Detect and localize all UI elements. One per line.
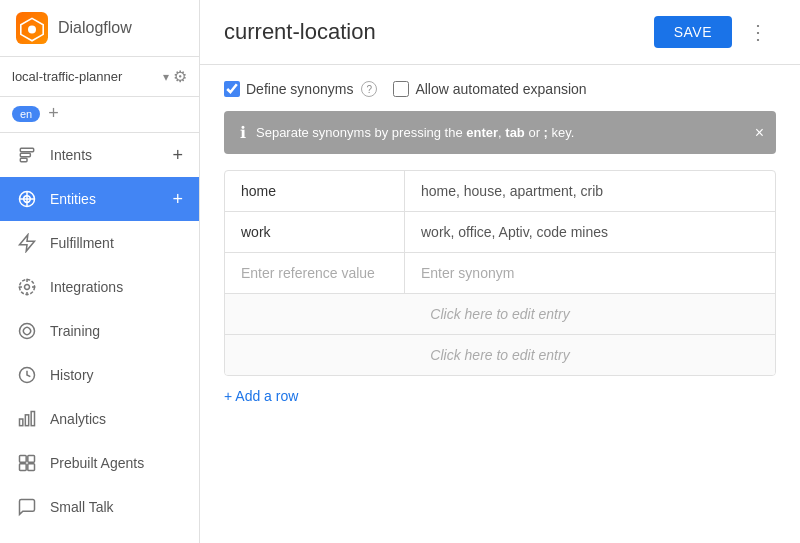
svg-point-11 bbox=[25, 285, 30, 290]
table-row-edit-1[interactable]: Click here to edit entry bbox=[225, 294, 775, 335]
allow-expansion-label: Allow automated expansion bbox=[415, 81, 586, 97]
sidebar: Dialogflow local-traffic-planner ▾ ⚙ en … bbox=[0, 0, 200, 543]
table-row[interactable]: work work, office, Aptiv, code mines bbox=[225, 212, 775, 253]
table-row-edit-2[interactable]: Click here to edit entry bbox=[225, 335, 775, 375]
svg-rect-21 bbox=[28, 464, 35, 471]
add-row-button[interactable]: + Add a row bbox=[224, 376, 298, 408]
sidebar-label-intents: Intents bbox=[50, 147, 92, 163]
sidebar-logo: Dialogflow bbox=[0, 0, 199, 57]
save-button[interactable]: SAVE bbox=[654, 16, 732, 48]
integrations-icon bbox=[16, 276, 38, 298]
svg-rect-18 bbox=[20, 456, 27, 463]
allow-expansion-checkbox[interactable] bbox=[393, 81, 409, 97]
sidebar-label-training: Training bbox=[50, 323, 100, 339]
svg-rect-15 bbox=[20, 419, 23, 426]
ref-cell-home: home bbox=[225, 171, 405, 211]
edit-row-2-text[interactable]: Click here to edit entry bbox=[225, 335, 775, 375]
dialogflow-logo-icon bbox=[16, 12, 48, 44]
fulfillment-icon bbox=[16, 232, 38, 254]
more-options-button[interactable]: ⋮ bbox=[740, 16, 776, 48]
project-name: local-traffic-planner bbox=[12, 69, 159, 84]
sidebar-item-fulfillment[interactable]: Fulfillment bbox=[0, 221, 199, 265]
language-row: en + bbox=[0, 97, 199, 133]
project-dropdown-arrow: ▾ bbox=[163, 70, 169, 84]
synonyms-cell-home: home, house, apartment, crib bbox=[405, 171, 775, 211]
project-selector[interactable]: local-traffic-planner ▾ ⚙ bbox=[0, 57, 199, 97]
svg-rect-16 bbox=[25, 415, 28, 426]
svg-point-2 bbox=[28, 26, 36, 34]
synonyms-cell-work: work, office, Aptiv, code mines bbox=[405, 212, 775, 252]
sidebar-label-fulfillment: Fulfillment bbox=[50, 235, 114, 251]
sidebar-label-history: History bbox=[50, 367, 94, 383]
svg-rect-4 bbox=[20, 153, 30, 156]
prebuilt-agents-icon bbox=[16, 452, 38, 474]
entities-icon bbox=[16, 188, 38, 210]
svg-point-13 bbox=[20, 324, 35, 339]
help-icon[interactable]: ? bbox=[361, 81, 377, 97]
main-content: current-location SAVE ⋮ Define synonyms … bbox=[200, 0, 800, 543]
sidebar-label-analytics: Analytics bbox=[50, 411, 106, 427]
sidebar-item-intents[interactable]: Intents + bbox=[0, 133, 199, 177]
sidebar-label-integrations: Integrations bbox=[50, 279, 123, 295]
table-row-input[interactable]: Enter reference value Enter synonym bbox=[225, 253, 775, 294]
entity-table: home home, house, apartment, crib work w… bbox=[224, 170, 776, 376]
sidebar-label-small-talk: Small Talk bbox=[50, 499, 114, 515]
add-language-icon[interactable]: + bbox=[48, 103, 59, 124]
app-name: Dialogflow bbox=[58, 19, 132, 37]
define-synonyms-label: Define synonyms bbox=[246, 81, 353, 97]
banner-close-icon[interactable]: × bbox=[755, 124, 764, 142]
define-synonyms-checkbox-label[interactable]: Define synonyms ? bbox=[224, 81, 377, 97]
history-icon bbox=[16, 364, 38, 386]
svg-rect-20 bbox=[20, 464, 27, 471]
banner-text: Separate synonyms by pressing the enter,… bbox=[256, 125, 574, 140]
training-icon bbox=[16, 320, 38, 342]
allow-expansion-checkbox-label[interactable]: Allow automated expansion bbox=[393, 81, 586, 97]
info-banner: ℹ Separate synonyms by pressing the ente… bbox=[224, 111, 776, 154]
edit-row-1-text[interactable]: Click here to edit entry bbox=[225, 294, 775, 334]
sidebar-item-history[interactable]: History bbox=[0, 353, 199, 397]
sidebar-nav: Intents + Entities + Fulfil bbox=[0, 133, 199, 543]
info-icon: ℹ bbox=[240, 123, 246, 142]
sidebar-label-prebuilt-agents: Prebuilt Agents bbox=[50, 455, 144, 471]
main-body: Define synonyms ? Allow automated expans… bbox=[200, 65, 800, 543]
sidebar-item-integrations[interactable]: Integrations bbox=[0, 265, 199, 309]
sidebar-item-small-talk[interactable]: Small Talk bbox=[0, 485, 199, 529]
ref-input-placeholder[interactable]: Enter reference value bbox=[225, 253, 405, 293]
ref-cell-work: work bbox=[225, 212, 405, 252]
sidebar-item-analytics[interactable]: Analytics bbox=[0, 397, 199, 441]
svg-rect-5 bbox=[20, 158, 27, 161]
intents-icon bbox=[16, 144, 38, 166]
page-title: current-location bbox=[224, 19, 654, 45]
language-badge[interactable]: en bbox=[12, 106, 40, 122]
sidebar-item-entities[interactable]: Entities + bbox=[0, 177, 199, 221]
small-talk-icon bbox=[16, 496, 38, 518]
sidebar-item-training[interactable]: Training bbox=[0, 309, 199, 353]
settings-icon[interactable]: ⚙ bbox=[173, 67, 187, 86]
define-synonyms-checkbox[interactable] bbox=[224, 81, 240, 97]
table-row[interactable]: home home, house, apartment, crib bbox=[225, 171, 775, 212]
add-entity-icon[interactable]: + bbox=[172, 189, 183, 210]
svg-marker-10 bbox=[20, 235, 35, 252]
svg-rect-19 bbox=[28, 456, 35, 463]
main-header: current-location SAVE ⋮ bbox=[200, 0, 800, 65]
add-intent-icon[interactable]: + bbox=[172, 145, 183, 166]
svg-rect-17 bbox=[31, 412, 34, 426]
options-row: Define synonyms ? Allow automated expans… bbox=[224, 81, 776, 97]
analytics-icon bbox=[16, 408, 38, 430]
sidebar-item-docs[interactable]: Docs bbox=[0, 529, 199, 543]
synonyms-input-placeholder[interactable]: Enter synonym bbox=[405, 253, 775, 293]
svg-rect-3 bbox=[20, 148, 33, 151]
sidebar-label-entities: Entities bbox=[50, 191, 96, 207]
sidebar-item-prebuilt-agents[interactable]: Prebuilt Agents bbox=[0, 441, 199, 485]
